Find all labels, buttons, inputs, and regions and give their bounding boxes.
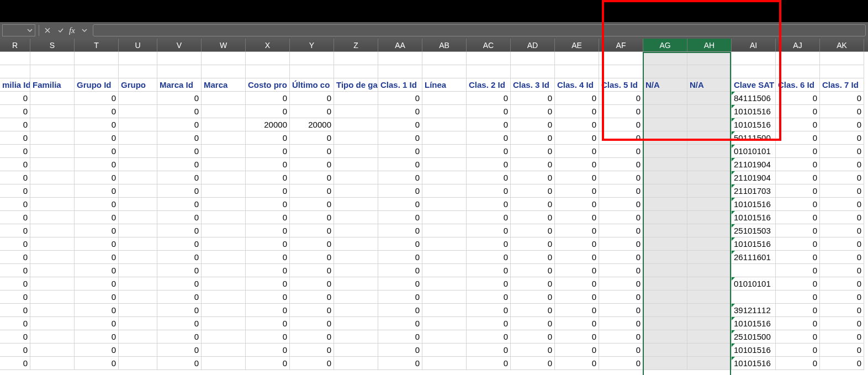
cell[interactable]: 0: [378, 92, 422, 105]
cell[interactable]: [119, 52, 157, 65]
cell[interactable]: 0: [820, 291, 864, 304]
cell[interactable]: [643, 118, 687, 131]
cell[interactable]: 0: [75, 158, 119, 171]
cell[interactable]: [467, 65, 511, 78]
formula-input[interactable]: [93, 24, 866, 36]
cell[interactable]: 21101703: [732, 184, 776, 198]
cell[interactable]: 0: [511, 171, 555, 184]
cell[interactable]: 0: [157, 344, 202, 357]
cell[interactable]: Clas. 4 Id: [555, 78, 599, 92]
cell[interactable]: [119, 184, 157, 198]
cell[interactable]: 0: [246, 145, 290, 158]
cell[interactable]: [334, 357, 378, 370]
cell[interactable]: [119, 105, 157, 118]
column-header-AC[interactable]: AC: [467, 39, 511, 51]
cell[interactable]: 0: [820, 251, 864, 264]
cell[interactable]: [776, 65, 820, 78]
cell[interactable]: 0: [0, 211, 30, 224]
cell[interactable]: 0: [0, 251, 30, 264]
cell[interactable]: [202, 330, 246, 344]
column-header-X[interactable]: X: [246, 39, 290, 51]
cell[interactable]: 0: [290, 304, 334, 317]
cell[interactable]: [643, 277, 687, 291]
cancel-icon[interactable]: [43, 25, 52, 35]
cell[interactable]: [202, 304, 246, 317]
cell[interactable]: 0: [555, 264, 599, 277]
cell[interactable]: [687, 304, 732, 317]
cell[interactable]: [334, 158, 378, 171]
cell[interactable]: [202, 277, 246, 291]
cell[interactable]: 0: [599, 317, 643, 330]
cell[interactable]: [422, 92, 467, 105]
cell[interactable]: 0: [555, 118, 599, 131]
cell[interactable]: 0: [246, 224, 290, 237]
cell[interactable]: 0: [599, 145, 643, 158]
cell[interactable]: [334, 171, 378, 184]
cell[interactable]: [643, 52, 687, 65]
cell[interactable]: [643, 92, 687, 105]
cell[interactable]: 0: [0, 357, 30, 370]
cell[interactable]: 0: [378, 344, 422, 357]
cell[interactable]: [334, 184, 378, 198]
cell[interactable]: [687, 357, 732, 370]
cell[interactable]: 10101516: [732, 237, 776, 251]
cell[interactable]: [0, 52, 30, 65]
cell[interactable]: 0: [246, 92, 290, 105]
cell[interactable]: 0: [157, 291, 202, 304]
cell[interactable]: 0: [599, 184, 643, 198]
cell[interactable]: [555, 52, 599, 65]
cell[interactable]: [30, 330, 75, 344]
cell[interactable]: 0: [157, 118, 202, 131]
cell[interactable]: 0: [290, 357, 334, 370]
cell[interactable]: 0: [511, 277, 555, 291]
cell[interactable]: 0: [467, 264, 511, 277]
cell[interactable]: [422, 52, 467, 65]
cell[interactable]: [334, 65, 378, 78]
column-header-R[interactable]: R: [0, 39, 30, 51]
cell[interactable]: [30, 158, 75, 171]
cell[interactable]: 0: [599, 211, 643, 224]
cell[interactable]: [202, 357, 246, 370]
cell[interactable]: [202, 184, 246, 198]
cell[interactable]: 0: [246, 317, 290, 330]
cell[interactable]: N/A: [643, 78, 687, 92]
cell[interactable]: [422, 330, 467, 344]
cell[interactable]: 0: [599, 198, 643, 211]
cell[interactable]: 0: [290, 277, 334, 291]
cell[interactable]: 0: [511, 357, 555, 370]
column-header-AJ[interactable]: AJ: [776, 39, 820, 51]
cell[interactable]: 0: [467, 92, 511, 105]
cell[interactable]: 0: [511, 317, 555, 330]
cell[interactable]: 0: [776, 251, 820, 264]
cell[interactable]: [422, 264, 467, 277]
cell[interactable]: 0: [820, 105, 864, 118]
cell[interactable]: [334, 198, 378, 211]
cell[interactable]: [30, 304, 75, 317]
cell[interactable]: [119, 264, 157, 277]
cell[interactable]: 0: [511, 330, 555, 344]
cell[interactable]: [422, 344, 467, 357]
cell[interactable]: [334, 145, 378, 158]
cell[interactable]: 50111500: [732, 131, 776, 145]
cell[interactable]: 0: [776, 118, 820, 131]
cell[interactable]: 0: [820, 357, 864, 370]
cell[interactable]: 0: [378, 171, 422, 184]
cell[interactable]: [820, 65, 864, 78]
cell[interactable]: [30, 92, 75, 105]
cell[interactable]: 0: [75, 211, 119, 224]
cell[interactable]: 0: [246, 171, 290, 184]
cell[interactable]: 0: [555, 251, 599, 264]
cell[interactable]: 0: [290, 184, 334, 198]
cell[interactable]: 0: [467, 237, 511, 251]
cell[interactable]: 0: [157, 264, 202, 277]
cell[interactable]: 0: [555, 105, 599, 118]
cell[interactable]: 0: [157, 171, 202, 184]
cell[interactable]: [732, 65, 776, 78]
cell[interactable]: N/A: [687, 78, 732, 92]
cell[interactable]: 0: [157, 158, 202, 171]
cell[interactable]: [157, 52, 202, 65]
cell[interactable]: [511, 65, 555, 78]
cell[interactable]: [30, 118, 75, 131]
cell[interactable]: 0: [157, 237, 202, 251]
cell[interactable]: [422, 224, 467, 237]
